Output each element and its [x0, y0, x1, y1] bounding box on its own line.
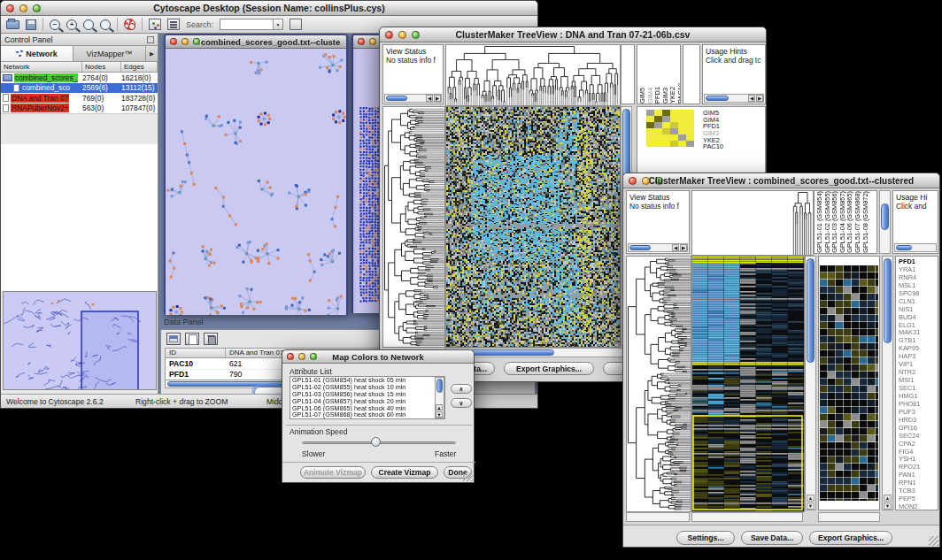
scrollbar-thumb[interactable] [807, 258, 815, 363]
birdseye-overview[interactable] [3, 291, 157, 390]
delete-attribute-icon[interactable] [204, 333, 218, 345]
zoom-hscrollbar[interactable] [818, 512, 880, 522]
scroll-left-icon[interactable]: ◀ [426, 95, 433, 102]
tab-vizmapper[interactable]: VizMapper™ [73, 46, 146, 61]
settings-button[interactable]: Settings... [676, 531, 735, 545]
scroll-right-icon[interactable]: ▶ [680, 244, 687, 251]
close-button[interactable] [629, 177, 637, 185]
zoom-selected-icon[interactable] [83, 19, 94, 30]
network-view-canvas[interactable] [166, 49, 346, 315]
scrollbar-thumb[interactable] [896, 245, 912, 250]
close-button[interactable] [358, 38, 365, 45]
slider-thumb[interactable] [371, 437, 381, 447]
zoom-vscrollbar[interactable]: ▲ ▼ [882, 256, 893, 510]
attribute-item[interactable]: GPL51-06 (GSM865) heat shock 40 min [290, 405, 435, 412]
usage-hints-scrollbar[interactable]: ◀ ▶ [704, 94, 764, 103]
attribute-item[interactable]: GPL51-07 (GSM868) heat shock 60 min [290, 411, 435, 418]
save-data-button[interactable]: Save Data... [741, 531, 803, 545]
search-input[interactable]: ▼ [220, 19, 283, 30]
move-down-button[interactable]: ∨ [451, 398, 472, 408]
usage-hints-title: Usage Hi [893, 191, 938, 202]
network-row[interactable]: combined_sco2569(6)13112(15) [1, 83, 158, 94]
scrollbar-thumb[interactable] [629, 245, 651, 250]
network-window-titlebar[interactable]: combined_scores_good.txt--cluste... [166, 35, 346, 49]
scroll-down-icon[interactable]: ▼ [436, 411, 443, 418]
resize-grip[interactable] [929, 536, 938, 546]
scroll-right-icon[interactable]: ▶ [756, 95, 763, 102]
resize-grip[interactable] [463, 472, 473, 481]
float-panel-icon[interactable] [147, 36, 154, 43]
dendro-hscrollbar[interactable] [626, 512, 690, 522]
scrollbar-thumb[interactable] [436, 379, 443, 393]
scrollbar-thumb[interactable] [386, 96, 407, 101]
close-button[interactable] [170, 38, 177, 45]
zoom-in-icon[interactable]: + [66, 19, 77, 30]
attribute-item[interactable]: GPL51-03 (GSM856) heat shock 15 min [290, 391, 435, 398]
minimize-button[interactable] [369, 38, 376, 45]
export-graphics-button[interactable]: Export Graphics... [504, 362, 594, 375]
network-row[interactable]: RNAPuberNov2+563(0)107847(0) [1, 104, 158, 114]
attribute-item[interactable]: GPL51-04 (GSM857) heat shock 20 min [290, 398, 435, 405]
tab-network[interactable]: Network [1, 46, 73, 61]
scrollbar-thumb[interactable] [884, 258, 892, 343]
move-up-button[interactable]: ∧ [451, 384, 472, 394]
minimize-button[interactable] [181, 38, 189, 45]
array-name-labels: GIM5GIM4PFD1GIM3YKE2PAC10 [637, 44, 681, 104]
network-row[interactable]: combined_scores_2764(0)16218(0) [1, 73, 158, 83]
search-value[interactable] [220, 19, 273, 29]
scroll-left-icon[interactable]: ◀ [672, 244, 679, 251]
scroll-down-icon[interactable]: ▼ [807, 502, 815, 510]
heatmap-zoom-view[interactable] [646, 110, 694, 147]
heatmap-global-view[interactable] [445, 106, 621, 348]
select-attributes-icon[interactable] [166, 333, 181, 345]
labels-vscrollbar[interactable] [879, 190, 891, 254]
node-count: 2569(6) [82, 83, 121, 92]
save-session-icon[interactable] [26, 19, 36, 30]
annotation-icon[interactable] [167, 19, 180, 30]
scroll-right-icon[interactable]: ▶ [434, 95, 441, 102]
column-dendrogram[interactable] [691, 190, 814, 256]
heatmap-zoom-view[interactable] [820, 265, 878, 501]
treeview1-titlebar[interactable]: ClusterMaker TreeView : DNA and Tran 07-… [380, 27, 766, 42]
scrollbar-thumb[interactable] [881, 203, 889, 230]
close-button[interactable] [385, 31, 393, 39]
scroll-up-icon[interactable]: ▲ [807, 495, 815, 502]
treeview2-titlebar[interactable]: ClusterMaker TreeView : combined_scores_… [623, 173, 939, 188]
column-dendrogram[interactable] [445, 44, 621, 106]
close-button[interactable] [6, 4, 14, 12]
animate-vizmap-button[interactable]: Animate Vizmap [300, 466, 366, 479]
heatmap-vscrollbar[interactable]: ▲ ▼ [805, 256, 816, 510]
heatmap-global-view[interactable] [691, 256, 805, 512]
scroll-up-icon[interactable]: ▲ [436, 404, 443, 410]
attribute-item[interactable]: GPL51-02 (GSM855) heat shock 10 min [290, 384, 435, 391]
scroll-left-icon[interactable]: ◀ [748, 95, 755, 102]
dialog-titlebar[interactable]: Map Colors to Network [282, 350, 474, 364]
scrollbar-thumb[interactable] [706, 96, 729, 101]
open-session-icon[interactable] [6, 20, 19, 29]
view-status-scrollbar[interactable]: ◀ ▶ [384, 94, 442, 103]
maximize-button[interactable] [193, 38, 200, 45]
view-status-scrollbar[interactable]: ◀ ▶ [628, 243, 688, 252]
create-vizmap-button[interactable]: Create Vizmap [371, 466, 438, 479]
close-button[interactable] [287, 353, 294, 360]
scroll-up-icon[interactable]: ▲ [884, 495, 892, 502]
heatmap-hscrollbar[interactable] [691, 512, 803, 522]
cytoscape-titlebar[interactable]: Cytoscape Desktop (Session Name: collins… [1, 1, 537, 16]
attribute-list-vscrollbar[interactable]: ▲ ▼ [435, 377, 444, 418]
scroll-down-icon[interactable]: ▼ [884, 502, 892, 510]
search-dropdown-icon[interactable]: ▼ [273, 19, 282, 29]
zoom-fit-icon[interactable] [100, 19, 111, 30]
vizmapper-icon[interactable] [149, 19, 161, 30]
attribute-item[interactable]: GPL51-01 (GSM854) heat shock 05 min [290, 377, 435, 384]
treeview2-button-bar: Settings... Save Data... Export Graphics… [623, 525, 939, 547]
zoom-out-icon[interactable]: − [50, 19, 60, 30]
new-attribute-icon[interactable] [185, 333, 199, 345]
export-graphics-button[interactable]: Export Graphics... [809, 531, 892, 545]
search-config-icon[interactable] [290, 19, 302, 30]
tab-overflow-icon[interactable]: ▶ [146, 46, 158, 61]
help-icon[interactable] [124, 19, 135, 30]
row-dendrogram[interactable] [382, 106, 445, 348]
usage-hints-scrollbar[interactable] [894, 243, 937, 252]
network-row[interactable]: DNA and Tran 07769(0)183728(0) [1, 93, 158, 104]
row-dendrogram[interactable] [626, 256, 691, 512]
